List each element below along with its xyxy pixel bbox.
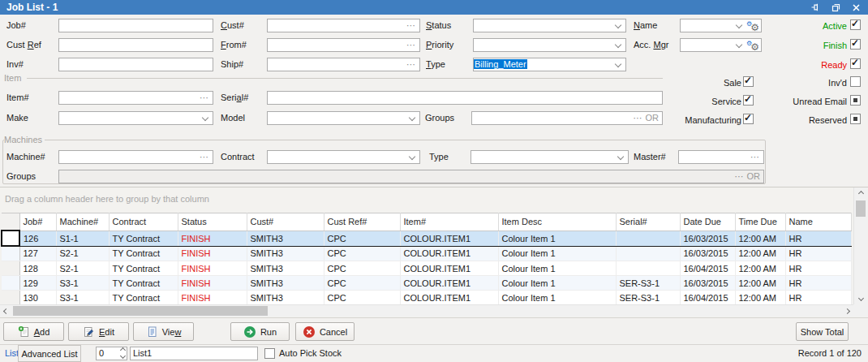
list-name-input[interactable]: List1 xyxy=(130,347,258,360)
gear-settings-icon[interactable]: ⚙⚙ xyxy=(747,39,759,51)
ready-checkbox[interactable] xyxy=(850,58,861,69)
col-contract[interactable]: Contract xyxy=(109,213,178,231)
serial-input[interactable] xyxy=(267,91,663,105)
col-job[interactable]: Job# xyxy=(19,213,56,231)
col-cust-ref[interactable]: Cust Ref# xyxy=(324,213,400,231)
type-dropdown[interactable]: Billing_Meter xyxy=(473,58,626,71)
table-row[interactable]: 129S3-1TY Contract FINISHSMITH3CPC COLOU… xyxy=(2,276,851,291)
item-input[interactable]: ⋯ xyxy=(58,91,213,105)
cust-input[interactable]: ⋯ xyxy=(267,19,420,32)
col-item-desc[interactable]: Item Desc xyxy=(498,213,616,231)
scroll-right-button[interactable] xyxy=(841,305,853,317)
status-dropdown[interactable] xyxy=(473,19,626,32)
inv-label: Inv# xyxy=(6,58,24,71)
table-row[interactable]: 130S3-1TY Contract FINISHSMITH3CPC COLOU… xyxy=(2,291,851,305)
contract-dropdown[interactable] xyxy=(267,150,420,164)
manufacturing-label: Manufacturing xyxy=(685,114,741,127)
or-label: OR xyxy=(747,171,761,181)
ship-input[interactable]: ⋯ xyxy=(267,58,420,71)
edit-button[interactable]: Edit xyxy=(68,322,129,341)
horizontal-scrollbar[interactable] xyxy=(0,304,853,317)
master-input[interactable]: ⋯ xyxy=(678,150,764,164)
sale-label: Sale xyxy=(724,77,741,89)
table-row[interactable]: 127S2-1TY Contract FINISHSMITH3CPC COLOU… xyxy=(2,246,851,261)
machine-input[interactable]: ⋯ xyxy=(58,150,213,164)
col-cust[interactable]: Cust# xyxy=(247,213,324,231)
job-input[interactable] xyxy=(58,19,213,32)
pin-icon xyxy=(810,2,820,12)
pin-button[interactable] xyxy=(810,2,821,13)
gear-settings-icon[interactable]: ⚙⚙ xyxy=(747,19,759,32)
close-button[interactable] xyxy=(850,2,862,13)
job-label: Job# xyxy=(6,19,26,32)
col-item[interactable]: Item# xyxy=(400,213,498,231)
ellipsis-icon[interactable]: ⋯ xyxy=(200,151,209,162)
from-input[interactable]: ⋯ xyxy=(267,38,420,52)
chevron-down-icon xyxy=(202,114,208,121)
run-button[interactable]: Run xyxy=(230,322,290,341)
make-dropdown[interactable] xyxy=(58,111,213,125)
priority-dropdown[interactable] xyxy=(473,38,626,52)
item-section-line xyxy=(27,78,663,79)
ellipsis-icon[interactable]: ⋯ xyxy=(634,113,643,123)
ellipsis-icon[interactable]: ⋯ xyxy=(200,92,209,103)
model-dropdown[interactable] xyxy=(267,111,420,125)
sale-checkbox[interactable] xyxy=(743,76,754,87)
name-label: Name xyxy=(634,19,657,32)
vertical-scrollbar[interactable] xyxy=(853,187,867,304)
grid-group-panel[interactable]: Drag a column header here to group by th… xyxy=(0,187,853,213)
type-label: Type xyxy=(426,58,445,71)
ellipsis-icon[interactable]: ⋯ xyxy=(406,58,416,70)
col-name[interactable]: Name xyxy=(785,213,851,231)
col-status[interactable]: Status xyxy=(178,213,247,231)
col-time-due[interactable]: Time Due xyxy=(735,213,785,231)
ellipsis-icon[interactable]: ⋯ xyxy=(406,19,416,31)
scroll-up-button[interactable] xyxy=(854,187,867,200)
item-groups-input[interactable]: ⋯OR xyxy=(471,111,663,125)
vertical-scroll-thumb[interactable] xyxy=(856,200,866,217)
list-number-stepper[interactable]: 0 xyxy=(96,347,127,360)
show-total-button[interactable]: Show Total xyxy=(796,322,849,341)
model-label: Model xyxy=(221,111,245,125)
cancel-button[interactable]: Cancel xyxy=(295,322,355,341)
ellipsis-icon[interactable]: ⋯ xyxy=(735,171,745,181)
restore-button[interactable] xyxy=(830,2,841,13)
machine-type-label: Type xyxy=(429,150,449,164)
add-button[interactable]: Add xyxy=(3,322,64,341)
name-dropdown[interactable]: ⚙⚙ xyxy=(680,19,762,32)
manufacturing-checkbox[interactable] xyxy=(743,114,754,124)
type-selected-value: Billing_Meter xyxy=(474,59,527,69)
chevron-up-icon xyxy=(857,191,863,196)
acc-mgr-dropdown[interactable]: ⚙⚙ xyxy=(680,38,762,52)
reserved-checkbox[interactable] xyxy=(850,114,861,124)
invd-checkbox[interactable] xyxy=(850,76,861,87)
service-checkbox[interactable] xyxy=(743,95,754,106)
auto-pick-stock-checkbox[interactable] xyxy=(264,348,275,359)
table-row[interactable]: 126S1-1TY Contract FINISHSMITH3CPC COLOU… xyxy=(2,231,851,246)
col-date-due[interactable]: Date Due xyxy=(680,213,735,231)
ellipsis-icon[interactable]: ⋯ xyxy=(750,151,760,162)
table-row[interactable]: 128S2-1TY Contract FINISHSMITH3CPC COLOU… xyxy=(2,261,851,276)
machine-groups-input[interactable]: ⋯OR xyxy=(58,170,764,183)
titlebar[interactable]: Job List - 1 xyxy=(0,0,868,15)
unread-email-checkbox[interactable] xyxy=(850,95,861,106)
finish-checkbox[interactable] xyxy=(850,39,861,50)
ellipsis-icon[interactable]: ⋯ xyxy=(406,39,416,50)
stepper-down-icon[interactable] xyxy=(120,353,126,359)
col-machine[interactable]: Machine# xyxy=(56,213,109,231)
add-icon xyxy=(18,325,30,338)
advanced-list-tab-label: Advanced List xyxy=(21,349,77,359)
scroll-left-button[interactable] xyxy=(0,305,12,317)
horizontal-scroll-thumb[interactable] xyxy=(13,306,268,316)
inv-input[interactable] xyxy=(58,58,213,71)
view-button[interactable]: View xyxy=(133,322,194,341)
advanced-list-tab[interactable]: Advanced List xyxy=(18,345,81,362)
scroll-down-button[interactable] xyxy=(854,292,867,304)
active-checkbox[interactable] xyxy=(850,19,861,30)
cust-ref-input[interactable] xyxy=(58,38,213,52)
master-label: Master# xyxy=(634,150,666,164)
edit-button-label: Edit xyxy=(99,327,114,337)
job-grid: Job# Machine# Contract Status Cust# Cust… xyxy=(1,213,852,305)
machine-type-dropdown[interactable] xyxy=(471,150,629,164)
col-serial[interactable]: Serial# xyxy=(616,213,680,231)
